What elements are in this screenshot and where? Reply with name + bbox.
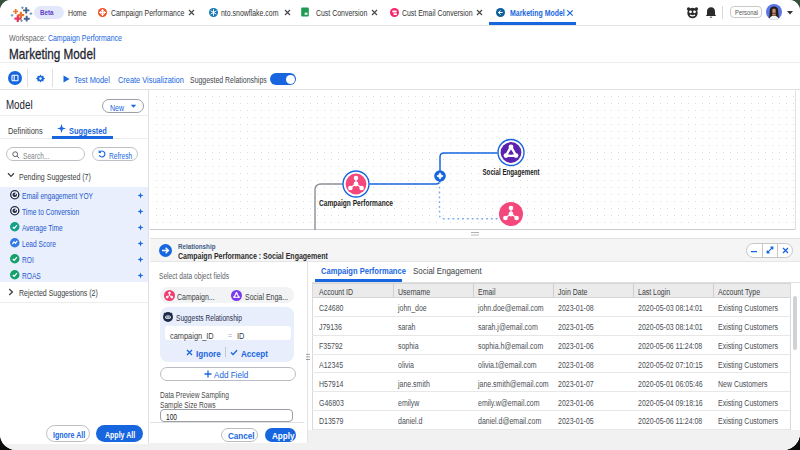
svg-text:Social Engagement: Social Engagement: [483, 167, 540, 177]
svg-text:Campaign Performance: Campaign Performance: [319, 198, 393, 208]
